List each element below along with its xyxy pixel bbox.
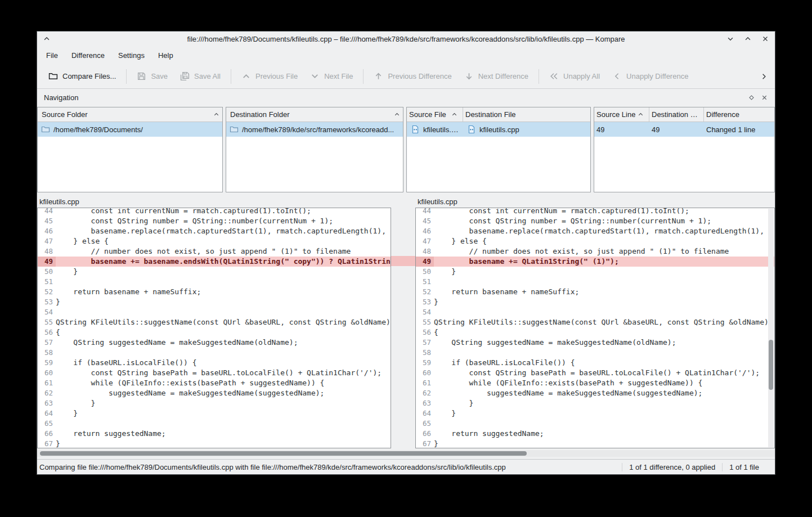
code-line-58-source: 58 [38, 348, 391, 358]
line-text: return suggestedName; [434, 429, 774, 439]
dock-float-icon[interactable] [748, 94, 755, 101]
dock-close-icon[interactable] [761, 94, 768, 101]
line-text: return basename + nameSuffix; [434, 287, 774, 297]
line-text: basename += basename.endsWith(QLatin1Str… [56, 257, 391, 267]
line-text: // number does not exist, so just append… [56, 246, 391, 257]
line-text: QString KFileUtils::suggestName(const QU… [56, 317, 391, 327]
close-button[interactable] [761, 35, 769, 43]
previous-file-button[interactable]: Previous File [236, 68, 303, 84]
toolbar-separator [539, 69, 539, 84]
line-number: 53 [416, 297, 434, 307]
navigation-dock-titlebar[interactable]: Navigation [37, 89, 775, 106]
destination-diff-pane[interactable]: 44 const int currentNum = rmatch.capture… [415, 208, 775, 448]
destination-file-column-header[interactable]: Destination File [463, 107, 590, 122]
code-line-57-destination: 57 QString suggestedName = makeSuggested… [416, 338, 774, 348]
menu-help[interactable]: Help [151, 48, 180, 63]
line-text [56, 419, 391, 429]
code-line-63-source: 63 } [38, 398, 391, 408]
destination-file-name: kfileutils.cpp [479, 125, 519, 134]
horizontal-scrollbar-thumb[interactable] [40, 451, 527, 456]
code-line-59-destination: 59 if (baseURL.isLocalFile()) { [416, 358, 774, 368]
code-line-60-source: 60 const QString basePath = baseURL.toLo… [38, 368, 391, 378]
vertical-scrollbar[interactable] [768, 209, 774, 447]
line-number: 58 [38, 348, 56, 358]
code-line-60-destination: 60 const QString basePath = baseURL.toLo… [416, 368, 774, 378]
line-number: 55 [38, 317, 56, 327]
destination-folder-column-header[interactable]: Destination Folder [226, 107, 403, 122]
source-diff-pane[interactable]: 44 const int currentNum = rmatch.capture… [37, 208, 391, 448]
previous-difference-icon [374, 71, 383, 81]
unapply-all-button[interactable]: Unapply All [544, 68, 605, 84]
code-line-65-source: 65 [38, 419, 391, 429]
titlebar[interactable]: file:///home/fhek789/Documents/kfileutil… [37, 32, 775, 46]
line-text: } [56, 408, 391, 419]
line-text: suggestedName = makeSuggestedName(sugges… [434, 388, 774, 398]
vertical-scrollbar-thumb[interactable] [769, 340, 773, 390]
line-number: 47 [416, 236, 434, 246]
horizontal-scrollbar[interactable] [37, 450, 775, 457]
difference-column-header[interactable]: Difference [704, 107, 774, 122]
code-line-51-destination: 51 [416, 277, 774, 287]
save-all-button[interactable]: Save All [174, 68, 226, 84]
line-number: 61 [416, 378, 434, 388]
source-folder-panel: Source Folder /home/fhek789/Documents/ [37, 107, 223, 192]
code-line-44-destination: 44 const int currentNum = rmatch.capture… [416, 208, 774, 216]
navigation-panels: Source Folder /home/fhek789/Documents/ D… [37, 106, 775, 196]
diff-area: kfileutils.cpp kfileutils.cpp 44 const i… [37, 196, 775, 448]
unapply-difference-button[interactable]: Unapply Difference [607, 68, 694, 84]
line-number: 59 [38, 358, 56, 368]
previous-difference-button[interactable]: Previous Difference [368, 68, 457, 84]
code-line-61-destination: 61 while (QFileInfo::exists(basePath + s… [416, 378, 774, 388]
line-number: 48 [416, 246, 434, 257]
code-line-52-destination: 52 return basename + nameSuffix; [416, 287, 774, 297]
source-folder-header-label: Source Folder [38, 110, 92, 119]
destination-line-column-header[interactable]: Destination Line [649, 107, 704, 122]
menu-settings[interactable]: Settings [111, 48, 151, 63]
code-line-49-destination[interactable]: 49 basename += QLatin1String(" (1)"); [416, 257, 774, 267]
code-line-59-source: 59 if (baseURL.isLocalFile()) { [38, 358, 391, 368]
menu-difference[interactable]: Difference [65, 48, 111, 63]
window-shade-icon[interactable] [43, 35, 51, 43]
navigation-dock: Navigation Source Folder /home/fhek7 [37, 89, 775, 196]
destination-folder-row[interactable]: /home/fhek789/kde/src/frameworks/kcoread… [226, 122, 403, 137]
minimize-button[interactable] [726, 35, 734, 43]
save-all-icon [180, 71, 190, 81]
code-line-66-destination: 66 return suggestedName; [416, 429, 774, 439]
next-file-button[interactable]: Next File [304, 68, 358, 84]
destination-folder-panel: Destination Folder /home/fhek789/kde/src… [226, 107, 403, 192]
source-line-column-header[interactable]: Source Line [594, 107, 649, 122]
line-text: } [434, 439, 774, 448]
line-text: } [434, 267, 774, 277]
compare-files-button[interactable]: Compare Files... [43, 68, 122, 84]
source-folder-path: /home/fhek789/Documents/ [53, 125, 143, 134]
line-text: { [56, 327, 391, 338]
line-number: 67 [38, 439, 56, 448]
files-row[interactable]: kfileutils.c... kfileutils.cpp [407, 122, 590, 137]
line-number: 63 [416, 398, 434, 408]
code-line-62-source: 62 suggestedName = makeSuggestedName(sug… [38, 388, 391, 398]
line-text: basename.replace(rmatch.capturedStart(1)… [56, 226, 391, 236]
toolbar-button-label: Save [151, 72, 168, 80]
sort-ascending-icon [638, 111, 644, 118]
source-file-column-header[interactable]: Source File [407, 107, 463, 122]
code-line-51-source: 51 [38, 277, 391, 287]
line-number: 50 [38, 267, 56, 277]
source-folder-row[interactable]: /home/fhek789/Documents/ [38, 122, 222, 137]
line-text: const QString basePath = baseURL.toLocal… [56, 368, 391, 378]
destination-folder-path: /home/fhek789/kde/src/frameworks/kcoread… [242, 125, 394, 134]
diff-connector [391, 208, 415, 448]
line-number: 50 [416, 267, 434, 277]
code-line-49-source[interactable]: 49 basename += basename.endsWith(QLatin1… [38, 257, 391, 267]
maximize-button[interactable] [744, 35, 752, 43]
line-text: } [434, 398, 774, 408]
difference-row[interactable]: 49 49 Changed 1 line [594, 122, 774, 137]
toolbar-separator [231, 69, 231, 84]
code-line-44-source: 44 const int currentNum = rmatch.capture… [38, 208, 391, 216]
save-button[interactable]: Save [131, 68, 173, 84]
line-number: 66 [38, 429, 56, 439]
toolbar-overflow-button[interactable] [760, 72, 768, 80]
folder-icon [41, 125, 50, 134]
source-folder-column-header[interactable]: Source Folder [38, 107, 222, 122]
next-difference-button[interactable]: Next Difference [459, 68, 534, 84]
menu-file[interactable]: File [39, 48, 65, 63]
